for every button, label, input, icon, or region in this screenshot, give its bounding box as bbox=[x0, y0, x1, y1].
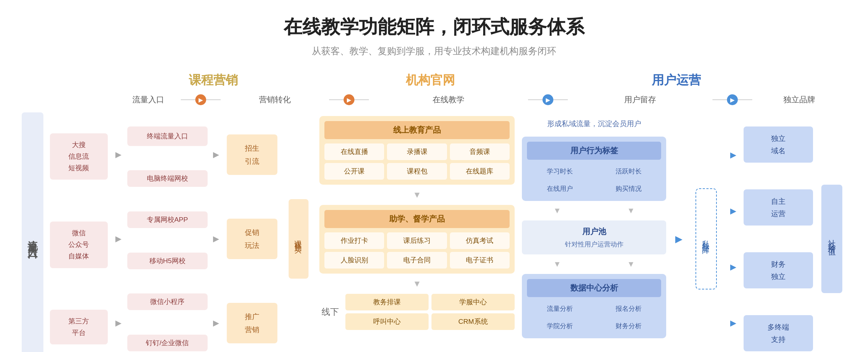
assist-item-2: 课后练习 bbox=[387, 232, 447, 249]
online-item-6: 在线题库 bbox=[450, 163, 510, 180]
page-subtitle: 从获客、教学、复购到学服，用专业技术构建机构服务闭环 bbox=[22, 45, 846, 57]
section-kecheng: 课程营销 bbox=[189, 73, 238, 87]
arrow-icon-3: ▶ bbox=[115, 318, 122, 328]
brand-item-3: 财务 独立 bbox=[744, 252, 813, 288]
arrow-icon-5: ▶ bbox=[213, 234, 219, 244]
online-item-3: 音频课 bbox=[450, 143, 510, 160]
user-pool-section: 用户池 针对性用户运营动作 bbox=[522, 220, 667, 254]
section-yonghu: 用户运营 bbox=[652, 73, 701, 87]
page-header: 在线教学功能矩阵，闭环式服务体系 从获客、教学、复购到学服，用专业技术构建机构服… bbox=[22, 14, 846, 57]
data-section: 数据中心分析 流量分析 报名分析 学院分析 财务分析 bbox=[522, 274, 667, 338]
terminal-item-5: 微信小程序 bbox=[127, 293, 208, 310]
online-item-1: 在线直播 bbox=[324, 143, 384, 160]
page-title: 在线教学功能矩阵，闭环式服务体系 bbox=[22, 14, 846, 40]
assist-title: 助学、督学产品 bbox=[324, 210, 510, 228]
offline-label: 线下 bbox=[319, 306, 341, 318]
data-item-1: 流量分析 bbox=[527, 301, 593, 316]
conversion-zhaoSheng: 招生 引流 bbox=[227, 134, 277, 175]
data-item-2: 报名分析 bbox=[596, 301, 661, 316]
down-arrow-4: ▼ bbox=[596, 206, 667, 215]
main-content: 流量入口 大搜 信息流 短视频 微信 公众号 自媒体 第三方 平台 ▶ ▶ ▶ … bbox=[22, 112, 846, 352]
flow-step-3: 在线教学 bbox=[369, 94, 528, 105]
brand-item-2: 自主 运营 bbox=[744, 189, 813, 226]
online-edu-section: 线上教育产品 在线直播 录播课 音频课 公开课 课程包 在线题库 bbox=[319, 116, 515, 185]
data-title: 数据中心分析 bbox=[527, 279, 661, 297]
terminal-item-1: 终端流量入口 bbox=[127, 126, 208, 146]
side-label-left: 流量入口 bbox=[26, 232, 39, 246]
down-arrow-5: ▼ bbox=[522, 259, 593, 269]
tag-item-2: 活跃时长 bbox=[596, 164, 661, 179]
section-jigou: 机构官网 bbox=[406, 73, 455, 87]
arrow-to-private: ▶ bbox=[675, 233, 682, 245]
assist-section: 助学、督学产品 作业打卡 课后练习 仿真考试 人脸识别 电子合同 电子证书 bbox=[319, 205, 515, 274]
traffic-item-1: 大搜 信息流 短视频 bbox=[50, 133, 108, 180]
private-box: 私域矩阵 bbox=[695, 188, 717, 289]
down-arrow-1: ▼ bbox=[319, 190, 515, 200]
online-item-5: 课程包 bbox=[387, 163, 447, 180]
conversion-cuXiao: 促销 玩法 bbox=[227, 219, 277, 259]
terminal-item-4: 移动H5网校 bbox=[127, 253, 208, 269]
down-arrow-3: ▼ bbox=[522, 206, 593, 215]
online-edu-title: 线上教育产品 bbox=[324, 121, 510, 139]
arrow-brand-1: ▶ bbox=[730, 150, 736, 160]
flow-arrow-3: ▶ bbox=[542, 94, 553, 105]
user-tag-section: 用户行为标签 学习时长 活跃时长 在线用户 购买情况 bbox=[522, 137, 667, 201]
brand-item-1: 独立 域名 bbox=[744, 126, 813, 163]
arrow-icon-4: ▶ bbox=[213, 150, 219, 159]
user-pool-sub: 针对性用户运营动作 bbox=[527, 240, 661, 249]
down-arrow-2: ▼ bbox=[319, 279, 515, 289]
assist-item-1: 作业打卡 bbox=[324, 232, 384, 249]
online-item-2: 录播课 bbox=[387, 143, 447, 160]
social-box: 社会价值 bbox=[821, 185, 842, 293]
offline-item-3: 呼叫中心 bbox=[345, 313, 429, 330]
down-arrow-6: ▼ bbox=[596, 259, 667, 269]
offline-item-4: CRM系统 bbox=[431, 313, 515, 330]
flow-arrow-2: ▶ bbox=[344, 94, 354, 105]
arrow-icon-6: ▶ bbox=[213, 318, 219, 328]
terminal-item-3: 专属网校APP bbox=[127, 211, 208, 228]
flow-step-4: 用户留存 bbox=[568, 94, 712, 105]
user-tag-title: 用户行为标签 bbox=[527, 142, 661, 160]
flow-arrow-1: ▶ bbox=[195, 94, 206, 105]
arrow-icon-1: ▶ bbox=[115, 150, 122, 159]
arrow-brand-4: ▶ bbox=[730, 318, 736, 328]
flow-step-1: 流量入口 bbox=[116, 94, 181, 105]
private-flow-text: 形成私域流量，沉淀会员用户 bbox=[522, 116, 667, 132]
terminal-item-2: 电脑终端网校 bbox=[127, 170, 208, 187]
brand-item-4: 多终端 支持 bbox=[744, 315, 813, 351]
purchase-box: 课程购买 bbox=[289, 199, 309, 279]
data-item-3: 学院分析 bbox=[527, 319, 593, 333]
page-container: 在线教学功能矩阵，闭环式服务体系 从获客、教学、复购到学服，用专业技术构建机构服… bbox=[0, 0, 868, 352]
assist-item-4: 人脸识别 bbox=[324, 252, 384, 269]
tag-item-4: 购买情况 bbox=[596, 181, 661, 196]
conversion-tuiGuang: 推广 营销 bbox=[227, 303, 277, 343]
flow-step-2: 营销转化 bbox=[221, 94, 329, 105]
arrow-brand-3: ▶ bbox=[730, 262, 736, 272]
offline-section: 线下 教务排课 学服中心 呼叫中心 CRM系统 bbox=[319, 294, 515, 330]
flow-step-5: 独立品牌 bbox=[752, 94, 846, 105]
assist-item-5: 电子合同 bbox=[387, 252, 447, 269]
assist-item-6: 电子证书 bbox=[450, 252, 510, 269]
terminal-item-6: 钉钉/企业微信 bbox=[127, 335, 208, 351]
arrow-icon-2: ▶ bbox=[115, 234, 122, 244]
flow-arrow-4: ▶ bbox=[727, 94, 738, 105]
offline-item-2: 学服中心 bbox=[431, 294, 515, 310]
traffic-item-3: 第三方 平台 bbox=[50, 310, 108, 345]
tag-item-1: 学习时长 bbox=[527, 164, 593, 179]
tag-item-3: 在线用户 bbox=[527, 181, 593, 196]
online-item-4: 公开课 bbox=[324, 163, 384, 180]
offline-item-1: 教务排课 bbox=[345, 294, 429, 310]
assist-item-3: 仿真考试 bbox=[450, 232, 510, 249]
user-pool-title: 用户池 bbox=[527, 226, 661, 237]
data-item-4: 财务分析 bbox=[596, 319, 661, 333]
arrow-brand-2: ▶ bbox=[730, 206, 736, 216]
traffic-item-2: 微信 公众号 自媒体 bbox=[50, 222, 108, 268]
